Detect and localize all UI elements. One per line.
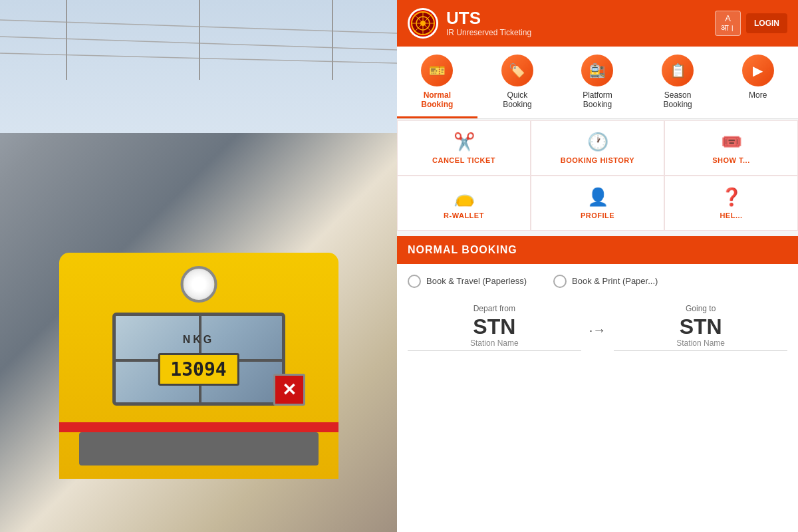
depart-station-box[interactable]: Depart from STN Station Name xyxy=(408,304,581,351)
font-toggle-button[interactable]: A आ। xyxy=(715,11,741,37)
tab-platform-booking[interactable]: 🚉 PlatformBooking xyxy=(557,47,638,118)
tab-more[interactable]: ▶ More xyxy=(718,47,798,118)
normal-booking-title: NORMAL BOOKING xyxy=(408,244,517,255)
print-radio-circle xyxy=(553,275,567,288)
app-subtitle: IR Unreserved Ticketing xyxy=(446,28,707,37)
print-radio[interactable]: Book & Print (Paper...) xyxy=(553,275,658,288)
normal-booking-label: NormalBooking xyxy=(421,90,453,110)
season-booking-label: SeasonBooking xyxy=(663,90,692,110)
profile-label: PROFILE xyxy=(581,211,614,219)
booking-history-icon: 🕐 xyxy=(587,132,608,152)
font-english: A xyxy=(725,14,731,23)
tab-season-booking[interactable]: 📋 SeasonBooking xyxy=(638,47,718,118)
more-label: More xyxy=(749,90,767,100)
cancel-ticket-button[interactable]: ✂️ CANCEL TICKET xyxy=(397,120,531,176)
svg-line-2 xyxy=(0,53,397,63)
cancel-ticket-label: CANCEL TICKET xyxy=(432,156,495,164)
svg-line-1 xyxy=(0,37,397,50)
login-button[interactable]: LOGIN xyxy=(746,13,787,33)
normal-booking-section: NORMAL BOOKING Book & Travel (Paperless)… xyxy=(397,236,798,532)
profile-icon: 👤 xyxy=(587,187,608,207)
tab-quick-booking[interactable]: 🏷️ QuickBooking xyxy=(477,47,558,118)
uts-app-panel: UTS IR Unreserved Ticketing A आ। LOGIN 🎫… xyxy=(397,0,798,532)
help-label: HEL... xyxy=(720,211,742,219)
normal-booking-icon: 🎫 xyxy=(421,55,453,86)
railway-logo-inner xyxy=(410,10,436,37)
help-button[interactable]: ❓ HEL... xyxy=(664,176,798,231)
booking-history-label: BOOKING HISTORY xyxy=(561,156,634,164)
route-arrow: ·→ xyxy=(589,323,606,351)
show-ticket-button[interactable]: 🎟️ SHOW T... xyxy=(664,120,798,176)
font-hindi: आ। xyxy=(721,23,735,33)
booking-form: Book & Travel (Paperless) Book & Print (… xyxy=(397,264,798,362)
normal-booking-header: NORMAL BOOKING xyxy=(397,236,798,264)
booking-tabs-bar: 🎫 NormalBooking 🏷️ QuickBooking 🚉 Platfo… xyxy=(397,47,798,119)
paperless-radio[interactable]: Book & Travel (Paperless) xyxy=(408,275,527,288)
svg-line-0 xyxy=(0,20,397,33)
destination-label: Going to xyxy=(614,304,787,313)
ticket-type-radio-group: Book & Travel (Paperless) Book & Print (… xyxy=(408,275,787,288)
paperless-radio-circle xyxy=(408,275,421,288)
season-booking-icon: 📋 xyxy=(662,55,694,86)
platform-booking-label: PlatformBooking xyxy=(583,90,612,110)
train-photo-panel: 13094 ✕ NKG xyxy=(0,0,397,532)
show-ticket-label: SHOW T... xyxy=(712,156,749,164)
r-wallet-label: R-WALLET xyxy=(444,211,484,219)
print-radio-label: Book & Print (Paper...) xyxy=(572,276,658,286)
train-location-label: NKG xyxy=(183,334,215,346)
quick-actions-grid: ✂️ CANCEL TICKET 🕐 BOOKING HISTORY 🎟️ SH… xyxy=(397,120,798,231)
paperless-radio-label: Book & Travel (Paperless) xyxy=(426,276,527,286)
booking-history-button[interactable]: 🕐 BOOKING HISTORY xyxy=(531,120,664,176)
app-title: UTS xyxy=(446,9,707,27)
depart-name: Station Name xyxy=(408,338,581,351)
depart-label: Depart from xyxy=(408,304,581,313)
platform-booking-icon: 🚉 xyxy=(581,55,613,86)
help-icon: ❓ xyxy=(721,187,742,207)
train-x-mark: ✕ xyxy=(273,374,305,406)
show-ticket-icon: 🎟️ xyxy=(721,132,742,152)
sky-background xyxy=(0,0,397,133)
more-icon: ▶ xyxy=(742,55,774,86)
quick-booking-label: QuickBooking xyxy=(503,90,531,110)
r-wallet-icon: 👝 xyxy=(454,187,475,207)
depart-code: STN xyxy=(408,316,581,337)
quick-booking-icon: 🏷️ xyxy=(501,55,533,86)
header-actions: A आ। LOGIN xyxy=(715,11,787,37)
profile-button[interactable]: 👤 PROFILE xyxy=(531,176,664,231)
train-illustration: 13094 ✕ NKG xyxy=(59,173,338,479)
app-header: UTS IR Unreserved Ticketing A आ। LOGIN xyxy=(397,0,798,47)
r-wallet-button[interactable]: 👝 R-WALLET xyxy=(397,176,531,231)
tab-normal-booking[interactable]: 🎫 NormalBooking xyxy=(397,47,477,118)
stations-row: Depart from STN Station Name ·→ Going to… xyxy=(408,304,787,351)
train-number: 13094 xyxy=(170,358,226,380)
header-text-block: UTS IR Unreserved Ticketing xyxy=(446,9,707,37)
destination-name: Station Name xyxy=(614,338,787,351)
destination-station-box[interactable]: Going to STN Station Name xyxy=(614,304,787,351)
destination-code: STN xyxy=(614,316,787,337)
cancel-ticket-icon: ✂️ xyxy=(454,132,475,152)
railway-logo xyxy=(408,8,438,39)
